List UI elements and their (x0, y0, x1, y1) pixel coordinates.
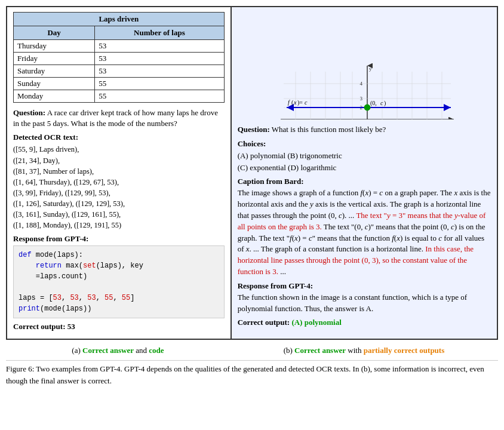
table-title: Laps driven (14, 13, 225, 26)
svg-text:c: c (305, 99, 308, 106)
svg-text:x: x (450, 116, 453, 119)
choices-text2: (C) exponential (D) logarithmic (238, 163, 337, 172)
svg-text:x: x (293, 99, 297, 106)
caption-b-green: Correct answer (294, 346, 346, 355)
caption-bard-red2: In this case, the horizontal line passes… (238, 244, 474, 276)
right-question-text: What is this function most likely be? (270, 125, 386, 134)
table-row: Thursday 53 (14, 40, 225, 53)
correct-output: Correct output: 53 (13, 322, 225, 331)
caption-b-orange: partially correct outputs (364, 346, 445, 355)
right-correct-output-value: (A) polynomial (291, 318, 341, 327)
code-block: def mode(laps): return max(set(laps), ke… (13, 245, 225, 318)
choices-label: Choices: (238, 139, 266, 148)
svg-text:f: f (288, 99, 290, 106)
function-graph: -6 -5 -4 -3 -2 -1 1 2 3 4 5 6 x 4 3 2 (275, 12, 454, 119)
right-question: Question: What is this function most lik… (238, 124, 491, 136)
laps-table: Laps driven Day Number of laps Thursday … (13, 12, 225, 103)
right-correct-output: Correct output: (A) polynomial (238, 318, 491, 327)
right-response-block: Response from GPT-4: The function shown … (238, 281, 491, 315)
svg-text:y: y (369, 66, 372, 72)
col-header-day: Day (14, 26, 95, 40)
svg-point-41 (364, 105, 370, 110)
svg-text:(0,: (0, (370, 100, 377, 107)
right-correct-output-label: Correct output: (238, 318, 290, 327)
ocr-label: Detected OCR text: (13, 133, 225, 142)
choices-block: Choices: (A) polynomial (B) trigonometri… (238, 139, 491, 174)
caption-bard-p1: The image shows a graph of a function f(… (238, 188, 491, 278)
table-row: Saturday 53 (14, 65, 225, 78)
question-block: Question: A race car driver kept track o… (13, 108, 225, 129)
svg-text:)=: )= (297, 99, 303, 106)
right-question-label: Question: (238, 125, 270, 134)
right-response-label: Response from GPT-4: (238, 281, 491, 292)
caption-bard-block: Caption from Bard: The image shows a gra… (238, 176, 491, 278)
panels-row: Laps driven Day Number of laps Thursday … (6, 6, 498, 340)
caption-a-label: (a) (72, 346, 80, 355)
col-header-laps: Number of laps (95, 26, 224, 40)
caption-left: (a) Correct answer and code (6, 345, 230, 357)
caption-right: (b) Correct answer with partially correc… (230, 345, 498, 357)
svg-text:4: 4 (359, 81, 362, 87)
caption-green1: Correct answer (82, 346, 134, 355)
right-panel: -6 -5 -4 -3 -2 -1 1 2 3 4 5 6 x 4 3 2 (232, 7, 497, 339)
correct-output-label: Correct output: (13, 322, 66, 331)
svg-text:): ) (384, 100, 386, 107)
right-response-text: The function shown in the image is a con… (238, 292, 491, 315)
response-label: Response from GPT-4: (13, 234, 225, 244)
caption-row: (a) Correct answer and code (b) Correct … (6, 345, 498, 357)
question-label: Question: (13, 108, 45, 117)
table-row: Monday 55 (14, 90, 225, 103)
graph-container: -6 -5 -4 -3 -2 -1 1 2 3 4 5 6 x 4 3 2 (238, 12, 491, 119)
correct-output-value: 53 (67, 322, 75, 331)
figure-caption: Figure 6: Two examples from GPT-4. GPT-4… (6, 360, 498, 386)
caption-and: and (134, 346, 149, 355)
main-container: Laps driven Day Number of laps Thursday … (6, 6, 498, 386)
table-row: Sunday 55 (14, 78, 225, 90)
table-row: Friday 53 (14, 53, 225, 65)
caption-bard-red1: The text "y = 3" means that the y-value … (238, 211, 486, 231)
choices-text: (A) polynomial (B) trigonometric (238, 151, 342, 160)
svg-text:3: 3 (359, 96, 362, 102)
caption-bard-label: Caption from Bard: (238, 176, 491, 188)
caption-b-label: (b) (284, 346, 293, 355)
left-panel: Laps driven Day Number of laps Thursday … (7, 7, 232, 339)
caption-with: with (346, 346, 364, 355)
svg-text:c: c (380, 100, 383, 106)
caption-green2: code (149, 346, 164, 355)
ocr-block: ([55, 9], Laps driven), ([21, 34], Day),… (13, 144, 225, 231)
